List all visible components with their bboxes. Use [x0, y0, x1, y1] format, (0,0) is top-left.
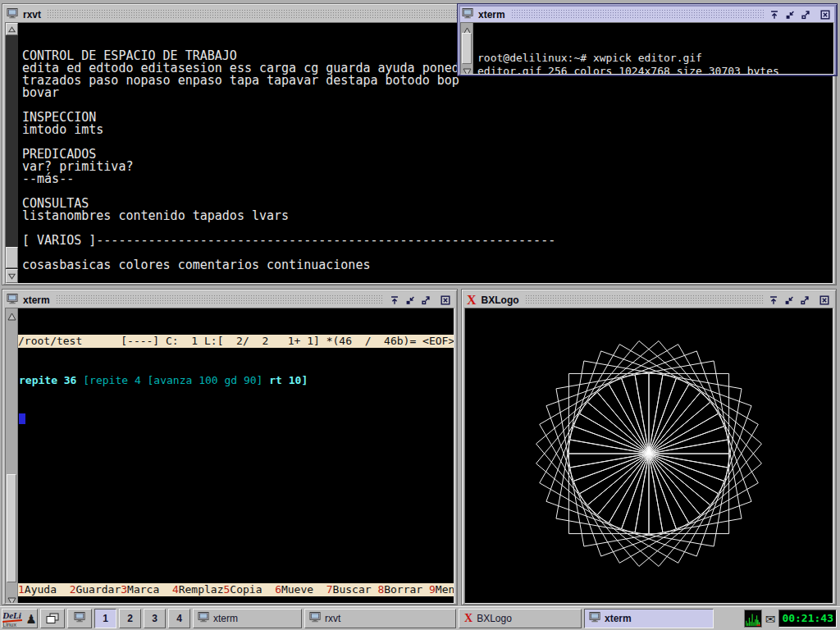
window-list-button[interactable]: [40, 609, 65, 628]
turtle-square: [540, 384, 649, 493]
close-button[interactable]: [438, 294, 453, 307]
workspace-button-1[interactable]: 1: [94, 609, 116, 628]
terminal-line: listanombres contenido tapados lvars: [22, 210, 833, 222]
titlebar-buttons: [387, 294, 453, 307]
scrollbar[interactable]: [6, 308, 18, 603]
scrollbar-thumb[interactable]: [462, 33, 472, 64]
taskbar: DeLi Linux ♟ 1 2 3 4 xterm rxvt X BXLogo: [0, 606, 840, 630]
fkey-label: Buscar: [333, 583, 378, 596]
window-title: BXLogo: [479, 294, 522, 306]
terminal-line: var? primitiva?: [22, 161, 833, 173]
close-button[interactable]: [817, 294, 832, 307]
fkey-number: 9: [429, 583, 436, 596]
turtle-square: [649, 402, 761, 514]
start-button-deli-linux[interactable]: DeLi Linux ♟: [2, 609, 38, 628]
turtle-square: [597, 454, 710, 566]
titlebar-buttons: [767, 8, 833, 21]
workspace-button-3[interactable]: 3: [144, 609, 166, 628]
terminal-line: [22, 136, 833, 148]
turtle-square: [649, 413, 758, 523]
terminal-output[interactable]: root@delilinux:~# xwpick editor.gifedito…: [473, 23, 833, 74]
maximize-button[interactable]: [797, 294, 812, 307]
rollup-button[interactable]: [767, 8, 782, 21]
turtle-square: [580, 344, 689, 453]
code-segment: rt 10]: [269, 374, 308, 386]
turtle-square: [597, 340, 710, 453]
scrollbar[interactable]: [461, 23, 473, 74]
scroll-down-button[interactable]: [7, 594, 16, 602]
minimize-button[interactable]: [783, 8, 797, 21]
fkey-label: Mueve: [281, 583, 326, 596]
terminal-icon: [462, 7, 474, 22]
turtle-square: [573, 350, 676, 453]
mail-icon[interactable]: ✉: [765, 613, 776, 625]
scroll-up-button[interactable]: [463, 24, 472, 32]
turtle-drawing: [465, 308, 833, 600]
workspace-button-2[interactable]: 2: [119, 609, 141, 628]
maximize-button[interactable]: [418, 294, 433, 307]
scrollbar-thumb[interactable]: [7, 474, 16, 582]
titlebar-bxlogo[interactable]: X BXLogo: [464, 292, 833, 308]
taskbar-clock: 00:21:43: [778, 609, 837, 628]
function-key-bar[interactable]: 1Ayuda 2Guardar3Marca 4Remplaz5Copia 6Mu…: [18, 583, 454, 596]
titlebar-texture: [525, 294, 763, 305]
terminal-line: imtodo imts: [22, 124, 833, 136]
task-button-xterm-editor[interactable]: xterm: [193, 609, 302, 628]
task-button-xterm-top[interactable]: xterm: [584, 609, 714, 628]
system-tray: ✉ 00:21:43: [744, 609, 838, 628]
editor-area[interactable]: /root/test [----] C: 1 L:[ 2/ 2 1+ 1] *(…: [18, 308, 454, 603]
fkey-label: Borrar: [384, 583, 429, 596]
terminal-line: editor.gif 256 colors 840x630 size 3070…: [477, 65, 833, 74]
task-button-rxvt[interactable]: rxvt: [304, 609, 456, 628]
minimize-button[interactable]: [403, 294, 418, 307]
terminal-line: --más--: [22, 173, 833, 185]
terminal-line: [ VARIOS ]------------------------------…: [22, 235, 833, 247]
fkey-label: Marca: [127, 583, 172, 596]
terminal-icon: [589, 612, 601, 625]
terminal-launcher-button[interactable]: [67, 609, 92, 628]
close-button[interactable]: [818, 8, 833, 21]
x11-icon: X: [466, 294, 477, 307]
terminal-line: PREDICADOS: [22, 148, 833, 161]
fkey-number: 3: [121, 583, 127, 596]
titlebar-xterm-editor[interactable]: xterm: [5, 292, 454, 308]
scroll-down-button[interactable]: [463, 65, 472, 73]
task-button-bxlogo[interactable]: X BXLogo: [459, 609, 582, 628]
turtle-square: [609, 454, 718, 563]
terminal-line: cosasbasicas colores comentarios continu…: [22, 259, 833, 272]
scroll-up-button[interactable]: [6, 23, 18, 35]
rollup-button[interactable]: [766, 294, 781, 307]
titlebar-xterm-top[interactable]: xterm: [460, 7, 834, 22]
turtle-square: [580, 454, 689, 563]
cpu-monitor: [744, 609, 762, 628]
turtle-square: [622, 454, 724, 556]
turtle-canvas[interactable]: [464, 308, 833, 604]
maximize-button[interactable]: [798, 8, 813, 21]
terminal-line: [22, 185, 833, 198]
rollup-button[interactable]: [387, 294, 402, 307]
turtle-square: [622, 350, 724, 453]
turtle-square: [609, 344, 718, 453]
fkey-label: Guardar: [75, 583, 121, 596]
terminal-line: [22, 272, 833, 283]
turtle-square: [587, 454, 700, 566]
scroll-down-button[interactable]: [6, 269, 18, 283]
window-title: xterm: [476, 9, 508, 21]
turtle-square: [649, 384, 758, 493]
window-xterm-editor: xterm /root/test [----] C: 1 L:[ 2/ 2 1+…: [2, 289, 458, 605]
scroll-up-button[interactable]: [7, 309, 16, 317]
terminal-line: root@delilinux:~# xwpick editor.gif: [477, 52, 833, 65]
x11-icon: X: [463, 612, 473, 625]
workspace-button-4[interactable]: 4: [168, 609, 190, 628]
window-title: xterm: [21, 294, 52, 306]
turtle-square: [649, 426, 751, 528]
fkey-label: Ayuda: [25, 583, 70, 596]
fkey-number: 7: [326, 583, 333, 596]
scrollbar[interactable]: [6, 23, 18, 283]
text-cursor: [19, 413, 25, 424]
scrollbar-thumb[interactable]: [6, 247, 18, 268]
window-title: rxvt: [21, 9, 43, 21]
task-label: BXLogo: [477, 613, 512, 624]
editor-cursor-line: [18, 413, 454, 427]
minimize-button[interactable]: [782, 294, 797, 307]
